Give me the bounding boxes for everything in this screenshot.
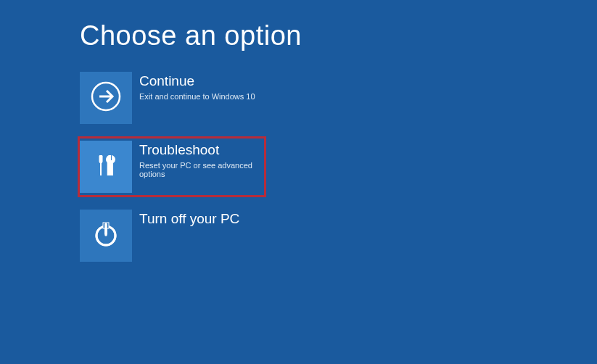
continue-desc: Exit and continue to Windows 10	[139, 92, 255, 101]
svg-rect-3	[99, 155, 103, 162]
troubleshoot-title: Troubleshoot	[139, 142, 262, 159]
troubleshoot-text: Troubleshoot Reset your PC or see advanc…	[132, 141, 262, 178]
troubleshoot-tile	[80, 141, 132, 193]
options-list: Continue Exit and continue to Windows 10	[0, 72, 597, 262]
continue-option[interactable]: Continue Exit and continue to Windows 10	[80, 72, 268, 124]
continue-title: Continue	[139, 73, 255, 90]
turnoff-tile	[80, 210, 132, 262]
power-icon	[91, 220, 120, 252]
turnoff-title: Turn off your PC	[139, 211, 239, 228]
troubleshoot-desc: Reset your PC or see advanced options	[139, 161, 262, 178]
svg-rect-4	[100, 162, 102, 175]
arrow-right-icon	[90, 80, 122, 115]
turnoff-text: Turn off your PC	[132, 210, 239, 230]
turnoff-option[interactable]: Turn off your PC	[80, 210, 268, 262]
continue-tile	[80, 72, 132, 124]
page-title: Choose an option	[0, 0, 597, 51]
troubleshoot-option[interactable]: Troubleshoot Reset your PC or see advanc…	[78, 136, 266, 197]
continue-text: Continue Exit and continue to Windows 10	[132, 72, 255, 101]
tools-icon	[91, 151, 120, 183]
